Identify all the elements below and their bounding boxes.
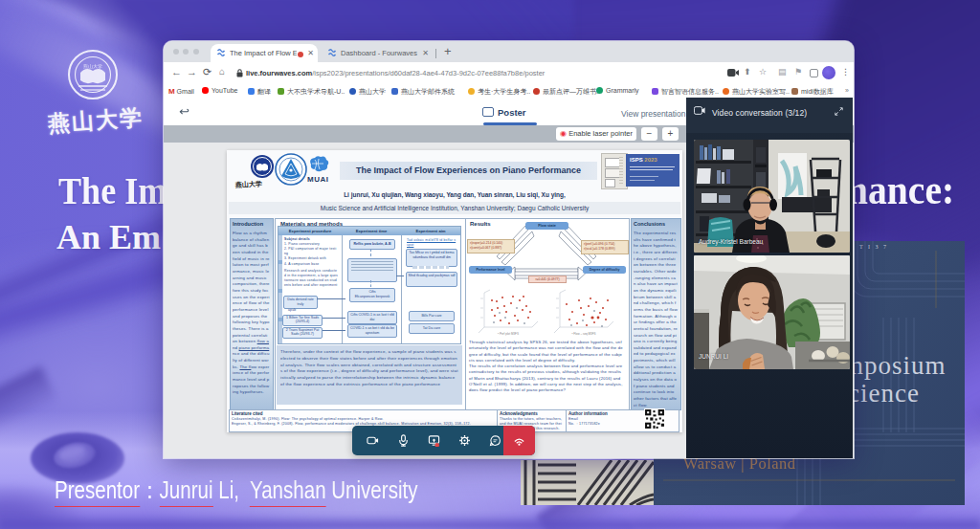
svg-text:• Perf plot M3FS: • Perf plot M3FS <box>498 332 519 336</box>
svg-text:• Flow – seq M3FS: • Flow – seq M3FS <box>571 332 595 336</box>
svg-text:燕山大学: 燕山大学 <box>83 63 102 69</box>
